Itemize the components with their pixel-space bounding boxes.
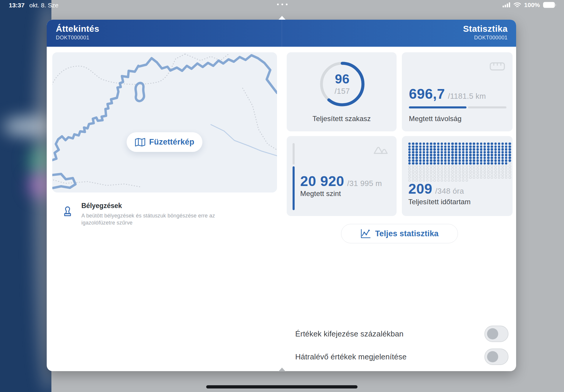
toggle-percent-switch[interactable]: [484, 326, 508, 342]
map-graphic: [52, 52, 277, 192]
duration-total: /348 óra: [435, 187, 464, 196]
map-icon: [135, 138, 145, 147]
distance-progress-bar: [409, 106, 506, 108]
app-window: Áttekintés DOKT000001 Statisztika DOKT00…: [47, 20, 516, 371]
booklet-map-button-label: Füzettérkép: [149, 138, 194, 147]
right-pane-subtitle: DOKT000001: [463, 35, 508, 41]
card-elevation: 20 920 /31 995 m Megtett szint: [287, 136, 397, 216]
toggle-percent-label: Értékek kifejezése százalékban: [295, 329, 404, 339]
card-distance: 696,7 /1181.5 km Megtett távolság: [402, 52, 513, 131]
sections-value: 96: [335, 73, 350, 86]
window-header: Áttekintés DOKT000001 Statisztika DOKT00…: [47, 20, 516, 47]
elevation-value: 20 920: [300, 173, 344, 189]
toggle-remaining-label: Hátralévő értékek megjelenítése: [295, 352, 407, 361]
status-bar: 13:37 okt. 8. Sze 100%: [0, 0, 564, 10]
duration-value: 209: [408, 181, 432, 197]
ruler-icon: [490, 62, 505, 71]
toggle-row-remaining: Hátralévő értékek megjelenítése: [295, 349, 508, 365]
wifi-icon: [513, 2, 521, 8]
toggle-row-percent: Értékek kifejezése százalékban: [295, 326, 508, 342]
full-statistics-button[interactable]: Teljes statisztika: [341, 224, 458, 243]
card-duration: 209 /348 óra Teljesített időtartam: [402, 136, 513, 216]
sections-total: /157: [335, 87, 350, 96]
distance-label: Megtett távolság: [409, 115, 461, 123]
booklet-map-preview[interactable]: Füzettérkép: [52, 52, 277, 192]
booklet-map-button[interactable]: Füzettérkép: [127, 132, 202, 152]
elevation-progress-bar: [293, 143, 295, 210]
pane-divider: [282, 20, 282, 47]
battery-icon: [543, 2, 556, 8]
stamps-list-item[interactable]: Bélyegzések A beütött bélyegzések és stá…: [63, 202, 245, 227]
left-pane-subtitle: DOKT000001: [56, 35, 99, 41]
right-pane-title: Statisztika: [463, 24, 508, 34]
background-app-blur: [0, 0, 51, 392]
stamp-icon: [63, 206, 73, 227]
toggle-knob: [487, 351, 498, 362]
toggle-knob: [487, 328, 498, 339]
card-completed-sections: 96 /157 Teljesített szakasz: [287, 52, 397, 131]
cellular-signal-icon: [503, 2, 511, 8]
stamps-title: Bélyegzések: [81, 202, 234, 210]
mountains-icon: [373, 145, 388, 155]
elevation-total: /31 995 m: [347, 179, 382, 188]
toggle-remaining-switch[interactable]: [484, 349, 508, 365]
elevation-label: Megtett szint: [300, 190, 341, 198]
ring-progress: 96 /157: [319, 61, 366, 108]
full-statistics-label: Teljes statisztika: [375, 229, 439, 238]
battery-percentage: 100%: [524, 1, 540, 9]
split-drag-handle-bottom[interactable]: [278, 368, 286, 371]
status-date: okt. 8. Sze: [29, 2, 58, 9]
status-time: 13:37: [9, 2, 25, 9]
stamps-description: A beütött bélyegzések és státuszuk böngé…: [81, 212, 234, 227]
left-pane-title: Áttekintés: [56, 24, 99, 34]
line-chart-icon: [360, 229, 371, 239]
multitasking-dots-icon[interactable]: [277, 4, 288, 5]
distance-total: /1181.5 km: [448, 92, 486, 101]
duration-label: Teljesített időtartam: [408, 198, 471, 206]
sections-label: Teljesített szakasz: [287, 115, 397, 123]
distance-value: 696,7: [409, 86, 445, 102]
duration-dot-matrix: [408, 143, 513, 182]
split-drag-handle-top[interactable]: [278, 16, 286, 20]
home-indicator[interactable]: [206, 385, 357, 388]
